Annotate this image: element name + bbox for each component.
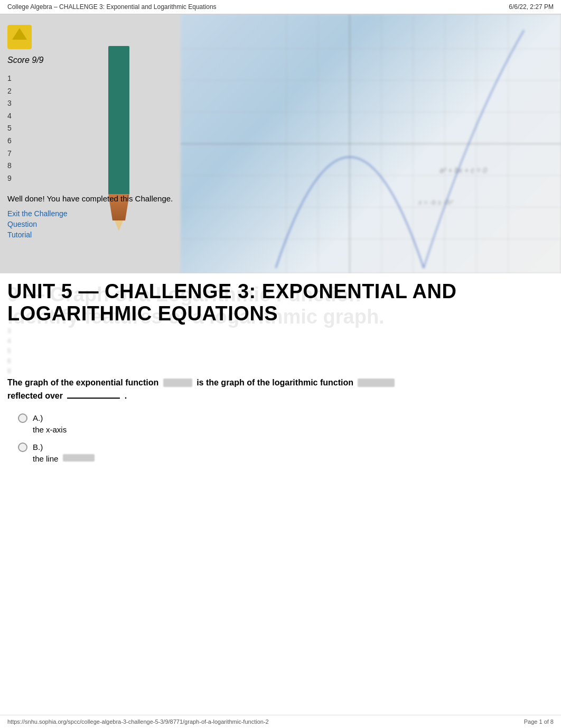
svg-text:a² + bx + c = 0: a² + bx + c = 0 — [440, 166, 487, 174]
tutorial-link[interactable]: Tutorial — [7, 231, 173, 239]
question-numbers: 1 2 3 4 5 6 7 8 9 — [7, 73, 173, 183]
left-content: Score 9/9 1 2 3 4 5 6 7 8 9 Well done! Y… — [7, 25, 173, 241]
option-a: A.) the x-axis — [18, 413, 554, 434]
well-done-text: Well done! You have completed this Chall… — [7, 194, 173, 203]
q-num-2: 2 — [7, 86, 173, 97]
blurred-function-1 — [163, 379, 192, 387]
q-num-4: 4 — [7, 111, 173, 122]
option-a-text: the x-axis — [18, 425, 554, 434]
icon-shape — [12, 28, 27, 40]
option-a-header[interactable]: A.) — [18, 413, 554, 423]
blur-num-1: 3 — [7, 327, 561, 335]
blurred-function-2 — [358, 379, 395, 387]
svg-text:x = -b ± √b²: x = -b ± √b² — [418, 198, 454, 206]
blurred-b-text — [63, 454, 95, 462]
radio-b[interactable] — [18, 443, 27, 452]
q-num-7: 7 — [7, 149, 173, 159]
blur-num-3: 5 — [7, 347, 561, 355]
app-icon — [7, 25, 32, 49]
question-text-after: reflected over — [7, 391, 63, 400]
challenge-top-section: a² + bx + c = 0 x = -b ± √b² Score 9/9 1… — [0, 14, 561, 273]
blur-num-2: 4 — [7, 337, 561, 345]
question-link[interactable]: Question — [7, 220, 173, 228]
question-text-before: The graph of the exponential function — [7, 378, 158, 387]
graph-background: a² + bx + c = 0 x = -b ± √b² — [181, 14, 561, 273]
score-label: Score 9/9 — [7, 56, 173, 65]
header-datetime: 6/6/22, 2:27 PM — [509, 3, 554, 11]
answer-blank — [67, 398, 120, 399]
title-container: 9 — Graph of a Logarithmic Function Iden… — [0, 273, 561, 325]
header-title: College Algebra – CHALLENGE 3: Exponenti… — [7, 3, 217, 11]
footer-url: https://snhu.sophia.org/spcc/college-alg… — [7, 718, 269, 725]
header-bar: College Algebra – CHALLENGE 3: Exponenti… — [0, 0, 561, 14]
small-blurred-area: 3 4 5 6 8 — [0, 325, 561, 367]
q-num-9: 9 — [7, 173, 173, 184]
answer-options: A.) the x-axis B.) the line — [7, 413, 554, 463]
q-num-6: 6 — [7, 136, 173, 146]
q-num-3: 3 — [7, 98, 173, 109]
q-num-8: 8 — [7, 161, 173, 171]
graph-svg: a² + bx + c = 0 x = -b ± √b² — [181, 14, 561, 273]
blur-num-5: 8 — [7, 367, 561, 375]
question-text: The graph of the exponential function is… — [7, 376, 554, 403]
footer-page: Page 1 of 8 — [524, 718, 554, 725]
question-content: The graph of the exponential function is… — [0, 367, 561, 472]
option-b-label: B.) — [33, 443, 43, 451]
exit-challenge-link[interactable]: Exit the Challenge — [7, 209, 173, 218]
option-b: B.) the line — [18, 443, 554, 463]
main-title-line1: UNIT 5 — CHALLENGE 3: Exponential and — [7, 281, 554, 303]
q-num-5: 5 — [7, 123, 173, 134]
blurred-side-numbers: 3 4 5 6 8 — [7, 325, 561, 375]
option-a-label: A.) — [33, 413, 43, 422]
question-text-middle: is the graph of the logarithmic function — [197, 378, 353, 387]
front-title-area: UNIT 5 — CHALLENGE 3: Exponential and Lo… — [0, 273, 561, 325]
blur-num-4: 6 — [7, 357, 561, 365]
main-title-line2: Logarithmic Equations — [7, 303, 554, 325]
radio-a[interactable] — [18, 413, 27, 423]
option-b-header[interactable]: B.) — [18, 443, 554, 452]
q-num-1: 1 — [7, 73, 173, 84]
question-period: . — [125, 391, 127, 400]
option-b-text: the line — [18, 454, 554, 463]
page-footer: https://snhu.sophia.org/spcc/college-alg… — [0, 715, 561, 728]
